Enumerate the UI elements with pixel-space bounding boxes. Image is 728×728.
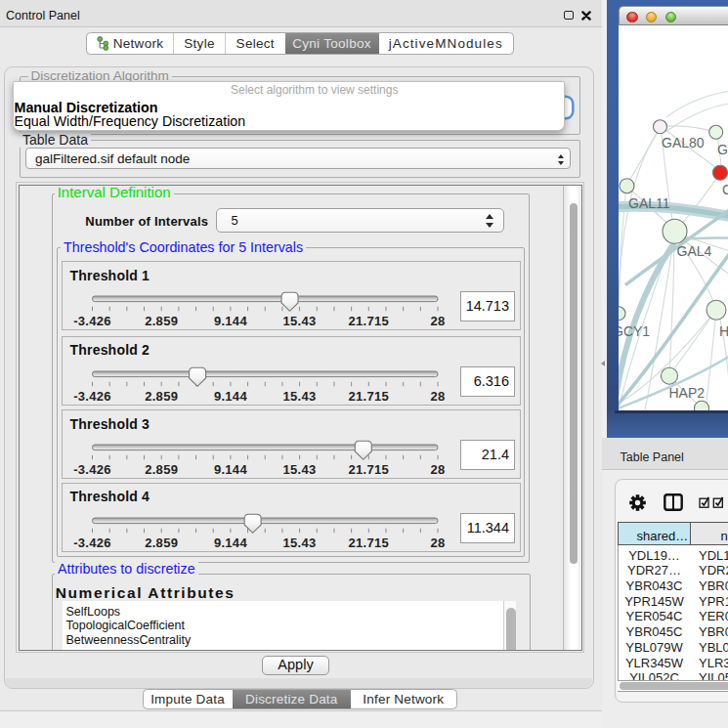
svg-text:2.859: 2.859 [145,314,178,328]
svg-text:HAP2: HAP2 [669,385,706,401]
svg-text:15.43: 15.43 [282,389,316,404]
svg-text:15.43: 15.43 [282,462,316,477]
svg-text:28: 28 [430,535,445,550]
svg-text:GAL1: GAL1 [717,142,728,157]
svg-text:GAL4: GAL4 [677,243,712,259]
svg-text:HIS4: HIS4 [719,323,728,339]
svg-text:GAL11: GAL11 [628,195,670,211]
svg-text:-3.426: -3.426 [73,535,111,550]
svg-text:CDC1: CDC1 [722,182,728,197]
svg-text:28: 28 [430,389,445,404]
svg-text:GCY1: GCY1 [619,323,650,339]
svg-text:2.859: 2.859 [145,535,178,550]
svg-text:21.715: 21.715 [348,389,389,404]
svg-text:-3.426: -3.426 [73,389,111,404]
svg-text:28: 28 [430,314,445,328]
svg-text:9.144: 9.144 [213,389,247,404]
svg-text:-3.426: -3.426 [73,462,111,477]
svg-text:2.859: 2.859 [145,462,178,477]
svg-text:2.859: 2.859 [145,389,178,404]
svg-text:15.43: 15.43 [282,535,316,550]
svg-text:9.144: 9.144 [213,535,247,550]
svg-text:9.144: 9.144 [213,462,247,477]
svg-text:-3.426: -3.426 [73,314,111,328]
svg-text:GAL80: GAL80 [662,135,705,150]
svg-text:21.715: 21.715 [348,535,389,550]
svg-text:21.715: 21.715 [348,314,389,328]
svg-text:9.144: 9.144 [213,314,247,328]
svg-text:15.43: 15.43 [282,314,316,328]
svg-text:21.715: 21.715 [348,462,389,477]
svg-text:28: 28 [430,462,445,477]
